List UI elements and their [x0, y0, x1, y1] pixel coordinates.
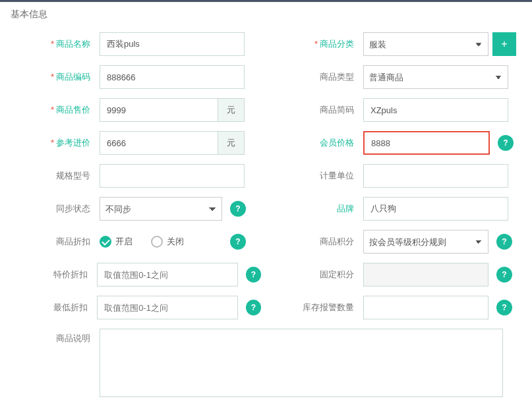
unit-input[interactable]: [363, 164, 508, 188]
sale-price-input[interactable]: [100, 98, 218, 122]
help-icon[interactable]: ?: [496, 300, 512, 315]
label-short-code: 商品简码: [274, 104, 363, 116]
special-discount-input[interactable]: [97, 263, 238, 286]
yuan-suffix-2: 元: [218, 131, 245, 155]
label-product-name: *商品名称: [11, 38, 100, 50]
label-stock-alert: 库存报警数量: [274, 302, 363, 313]
fixed-points-input[interactable]: [363, 263, 488, 286]
product-name-input[interactable]: [100, 32, 245, 56]
label-sale-price: *商品售价: [11, 104, 100, 116]
type-select[interactable]: 普通商品: [363, 65, 508, 89]
label-type: 商品类型: [274, 71, 363, 83]
short-code-input[interactable]: [363, 98, 508, 122]
label-sync: 同步状态: [11, 203, 100, 215]
radio-icon: [151, 236, 163, 248]
brand-input[interactable]: [363, 197, 508, 221]
check-icon: [100, 236, 111, 248]
form: *商品名称 *商品分类 服装 + *商品编码 商品类型 普通商品 *商品售价: [0, 32, 532, 407]
label-member-price: 会员价格: [274, 137, 363, 149]
radio-off[interactable]: 关闭: [151, 236, 184, 248]
help-icon[interactable]: ?: [246, 300, 261, 315]
yuan-suffix: 元: [218, 98, 245, 122]
product-code-input[interactable]: [100, 65, 245, 89]
help-icon[interactable]: ?: [496, 234, 512, 250]
radio-on[interactable]: 开启: [100, 236, 133, 248]
stock-alert-input[interactable]: [363, 296, 488, 319]
help-icon[interactable]: ?: [230, 234, 246, 250]
desc-textarea[interactable]: [100, 329, 503, 397]
label-spec: 规格型号: [11, 170, 100, 182]
sync-select[interactable]: 不同步: [100, 197, 222, 221]
category-select[interactable]: 服装: [363, 32, 488, 56]
label-unit: 计量单位: [274, 170, 363, 182]
label-ref-price: *参考进价: [11, 137, 100, 149]
label-points: 商品积分: [274, 236, 363, 248]
label-fixed-points: 固定积分: [274, 269, 363, 281]
label-discount: 商品折扣: [11, 236, 100, 248]
plus-icon: +: [501, 38, 507, 50]
label-min-discount: 最低折扣: [11, 302, 97, 313]
label-special-discount: 特价折扣: [11, 269, 97, 281]
help-icon[interactable]: ?: [230, 201, 246, 217]
page: 基本信息 *商品名称 *商品分类 服装 + *商品编码 商品类型 普通商品: [0, 0, 532, 407]
section-title: 基本信息: [0, 2, 532, 32]
label-desc: 商品说明: [11, 329, 100, 344]
help-icon[interactable]: ?: [246, 267, 261, 283]
spec-input[interactable]: [100, 164, 245, 188]
label-product-code: *商品编码: [11, 71, 100, 83]
min-discount-input[interactable]: [97, 296, 238, 319]
help-icon[interactable]: ?: [498, 135, 514, 151]
help-icon[interactable]: ?: [496, 267, 512, 283]
ref-price-input[interactable]: [100, 131, 218, 155]
points-select[interactable]: 按会员等级积分规则: [363, 230, 488, 254]
label-brand: 品牌: [274, 203, 363, 215]
add-category-button[interactable]: +: [492, 32, 516, 56]
label-category: *商品分类: [274, 38, 363, 50]
member-price-input[interactable]: [363, 131, 490, 155]
discount-radio-group: 开启 关闭: [100, 236, 222, 248]
